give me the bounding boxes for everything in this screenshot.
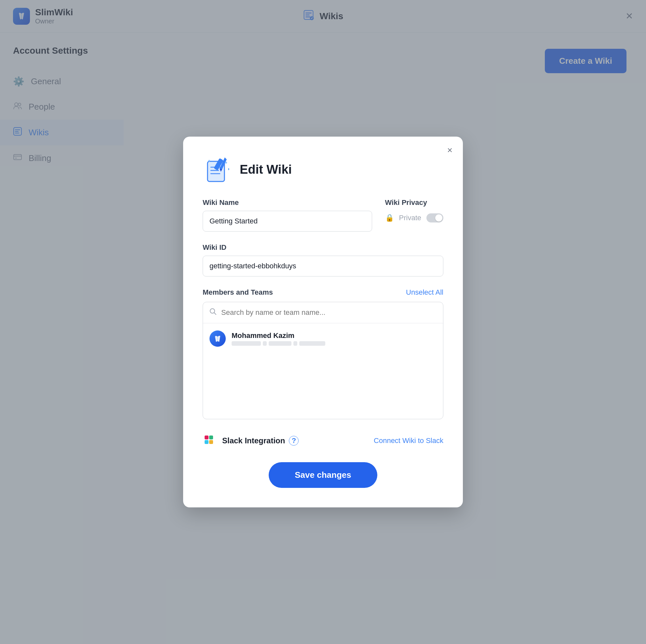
members-empty-space (203, 354, 443, 419)
member-info: Mohammed Kazim (232, 331, 325, 346)
wiki-id-group: Wiki ID (203, 243, 443, 277)
member-email (232, 341, 325, 346)
member-name: Mohammed Kazim (232, 331, 325, 340)
toggle-knob (435, 214, 442, 221)
members-box: Mohammed Kazim (203, 302, 443, 419)
edit-wiki-modal: × Edit Wiki (183, 137, 463, 507)
connect-slack-link[interactable]: Connect Wiki to Slack (374, 436, 443, 445)
slack-help-button[interactable]: ? (289, 436, 299, 446)
modal-title: Edit Wiki (240, 163, 292, 177)
svg-rect-14 (209, 435, 213, 439)
email-block-2 (263, 341, 267, 346)
wiki-id-label: Wiki ID (203, 243, 443, 252)
search-icon (209, 308, 217, 317)
slack-label: Slack Integration (222, 436, 285, 445)
wiki-name-label: Wiki Name (203, 198, 372, 207)
wiki-name-privacy-row: Wiki Name Wiki Privacy 🔒 Private (203, 198, 443, 232)
member-item: Mohammed Kazim (203, 323, 443, 354)
modal-header: Edit Wiki (203, 155, 443, 184)
wiki-privacy-label: Wiki Privacy (385, 198, 443, 207)
members-title: Members and Teams (203, 288, 273, 297)
email-block-4 (293, 341, 297, 346)
email-block-5 (299, 341, 325, 346)
wiki-name-input[interactable] (203, 211, 372, 232)
member-avatar (209, 330, 226, 347)
svg-rect-13 (205, 440, 209, 444)
private-label: Private (399, 214, 421, 222)
members-header: Members and Teams Unselect All (203, 288, 443, 297)
wiki-id-input[interactable] (203, 256, 443, 277)
wiki-name-group: Wiki Name (203, 198, 372, 232)
svg-point-10 (209, 160, 210, 162)
email-block-3 (269, 341, 292, 346)
slack-row: Slack Integration ? Connect Wiki to Slac… (203, 434, 443, 448)
unselect-all-link[interactable]: Unselect All (406, 288, 443, 297)
email-block-1 (232, 341, 261, 346)
search-row (203, 302, 443, 323)
svg-point-9 (225, 162, 227, 164)
svg-rect-12 (205, 435, 209, 439)
privacy-row: 🔒 Private (385, 211, 443, 222)
modal-close-button[interactable]: × (447, 146, 452, 155)
edit-wiki-icon (203, 155, 232, 184)
privacy-toggle[interactable] (426, 213, 443, 222)
modal-overlay: × Edit Wiki (0, 0, 646, 644)
wiki-privacy-group: Wiki Privacy 🔒 Private (385, 198, 443, 232)
member-search-input[interactable] (221, 308, 437, 317)
svg-rect-15 (209, 440, 213, 444)
lock-icon: 🔒 (385, 214, 394, 222)
slack-icon (203, 434, 217, 448)
save-changes-button[interactable]: Save changes (269, 462, 377, 488)
